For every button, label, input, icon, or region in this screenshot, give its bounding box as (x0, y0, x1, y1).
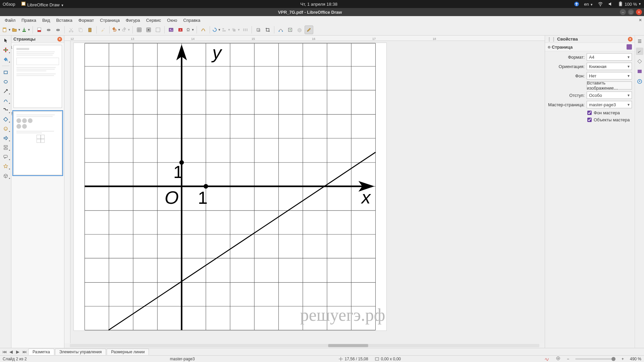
volume-icon[interactable] (608, 1, 613, 7)
insert-textbox-button[interactable]: A (176, 25, 185, 34)
tab-nav-prev[interactable]: ◀ (8, 349, 14, 355)
select-tool[interactable] (1, 37, 10, 44)
doc-close-button[interactable]: ✕ (639, 18, 642, 22)
rotate-button[interactable]: ▼ (212, 25, 221, 34)
symbol-shapes-tool[interactable]: ▸ (1, 125, 10, 132)
app-menu[interactable]: LibreOffice Draw ▼ (21, 1, 64, 7)
copy-button[interactable] (76, 25, 85, 34)
master-dropdown[interactable]: master-page3▼ (587, 101, 632, 108)
clock[interactable]: Чт, 1 апреля 18:38 (64, 2, 574, 7)
menu-file[interactable]: Файл (2, 17, 18, 23)
distribute-button[interactable] (241, 25, 250, 34)
properties-close[interactable]: × (628, 37, 633, 42)
lang-indicator[interactable]: en ▼ (584, 2, 593, 7)
fill-tool[interactable]: ▸ (1, 56, 10, 63)
network-icon[interactable] (598, 1, 603, 7)
sidetab-gallery[interactable] (636, 68, 643, 75)
print-button[interactable] (54, 25, 62, 34)
menu-format[interactable]: Формат (76, 17, 97, 23)
zoom-value[interactable]: 490 % (630, 357, 641, 361)
callout-tool[interactable]: ▸ (1, 153, 10, 161)
grid-button[interactable] (135, 25, 144, 34)
maximize-button[interactable]: □ (628, 9, 634, 15)
sidetab-properties[interactable] (636, 48, 643, 55)
tab-controls[interactable]: Элементы управления (55, 349, 106, 355)
basic-shapes-tool[interactable]: ▸ (1, 116, 10, 123)
redo-button[interactable]: ▼ (121, 25, 130, 34)
glue-points-button[interactable] (286, 25, 294, 34)
zoom-fit-button[interactable] (555, 356, 561, 362)
flowchart-tool[interactable]: ▸ (1, 144, 10, 151)
save-button[interactable]: ▼ (21, 25, 31, 34)
menu-insert[interactable]: Вставка (53, 17, 75, 23)
overview-button[interactable]: Обзор (3, 2, 15, 7)
menu-view[interactable]: Вид (40, 17, 53, 23)
menu-tools[interactable]: Сервис (144, 17, 164, 23)
curve-tool[interactable]: ▸ (1, 97, 10, 104)
status-signature[interactable] (544, 356, 549, 362)
tab-nav-first[interactable]: ⏮ (1, 349, 7, 355)
background-dropdown[interactable]: Нет▼ (587, 72, 632, 79)
print-direct-button[interactable] (44, 25, 53, 34)
tab-dimensions[interactable]: Размерные линии (107, 349, 149, 355)
insert-special-button[interactable]: Ω▼ (185, 25, 195, 34)
sidetab-menu[interactable] (636, 38, 643, 45)
tab-nav-last[interactable]: ⏭ (21, 349, 28, 355)
edit-points-button[interactable] (276, 25, 285, 34)
open-button[interactable]: ▼ (12, 25, 21, 34)
checkbox-master-bg[interactable]: Фон мастера (548, 110, 632, 115)
connector-tool[interactable]: ▸ (1, 106, 10, 114)
minimize-button[interactable]: – (620, 9, 626, 15)
undo-button[interactable]: ▼ (112, 25, 121, 34)
horizontal-scrollbar[interactable] (64, 343, 545, 348)
menu-window[interactable]: Окно (164, 17, 180, 23)
zoom-slider[interactable] (575, 358, 615, 360)
menu-edit[interactable]: Правка (19, 17, 39, 23)
zoom-out-button[interactable]: − (567, 357, 569, 361)
cut-button[interactable] (67, 25, 75, 34)
arrange-button[interactable]: ▼ (231, 25, 240, 34)
new-button[interactable]: ▼ (2, 25, 11, 34)
battery-indicator[interactable]: 100 % ▼ (618, 1, 641, 7)
vertical-ruler[interactable] (64, 41, 70, 343)
section-icon[interactable] (627, 44, 632, 50)
sidetab-navigator[interactable] (636, 78, 643, 85)
zoom-in-button[interactable]: + (622, 357, 624, 361)
tab-layout[interactable]: Разметка (28, 349, 54, 355)
menu-help[interactable]: Справка (180, 17, 203, 23)
pages-panel-close[interactable]: × (57, 37, 62, 42)
tab-nav-next[interactable]: ▶ (15, 349, 21, 355)
page-thumbnail[interactable]: 1 (13, 45, 62, 108)
page-thumbnail[interactable]: 2 (13, 111, 62, 175)
insert-image-button-prop[interactable]: Вставить изображение… (587, 81, 632, 89)
3d-tool[interactable]: ▸ (1, 172, 10, 179)
checkbox-master-obj[interactable]: Объекты мастера (548, 117, 632, 122)
guides-button[interactable] (154, 25, 162, 34)
horizontal-ruler[interactable]: 12131415161718 (64, 36, 545, 41)
rect-tool[interactable] (1, 69, 10, 76)
page-canvas[interactable]: 1 1 O y x решуегэ.рф (74, 43, 386, 330)
close-button[interactable]: × (636, 9, 642, 15)
menu-page[interactable]: Страница (97, 17, 122, 23)
fontwork-button[interactable] (199, 25, 208, 34)
block-arrows-tool[interactable]: ▸ (1, 134, 10, 142)
line-arrow-tool[interactable]: ▸ (1, 87, 10, 95)
viewport[interactable]: 1 1 O y x решуегэ.рф (70, 41, 545, 343)
export-pdf-button[interactable] (35, 25, 44, 34)
extrusion-button[interactable] (295, 25, 304, 34)
shadow-button[interactable] (254, 25, 263, 34)
insert-image-button[interactable] (167, 25, 175, 34)
snap-button[interactable] (144, 25, 153, 34)
stars-tool[interactable]: ▸ (1, 163, 10, 170)
draw-functions-button[interactable] (305, 25, 313, 34)
clone-format-button[interactable] (99, 25, 107, 34)
paste-button[interactable] (86, 25, 94, 34)
crop-button[interactable] (263, 25, 272, 34)
sidetab-shapes[interactable] (636, 58, 643, 65)
a11y-icon[interactable] (574, 1, 579, 7)
section-page[interactable]: ⊙ Страница (545, 43, 635, 51)
ellipse-tool[interactable] (1, 78, 10, 85)
zoom-tool[interactable]: ▸ (1, 46, 10, 54)
indent-dropdown[interactable]: Особо▼ (587, 92, 632, 99)
align-button[interactable]: ▼ (221, 25, 230, 34)
